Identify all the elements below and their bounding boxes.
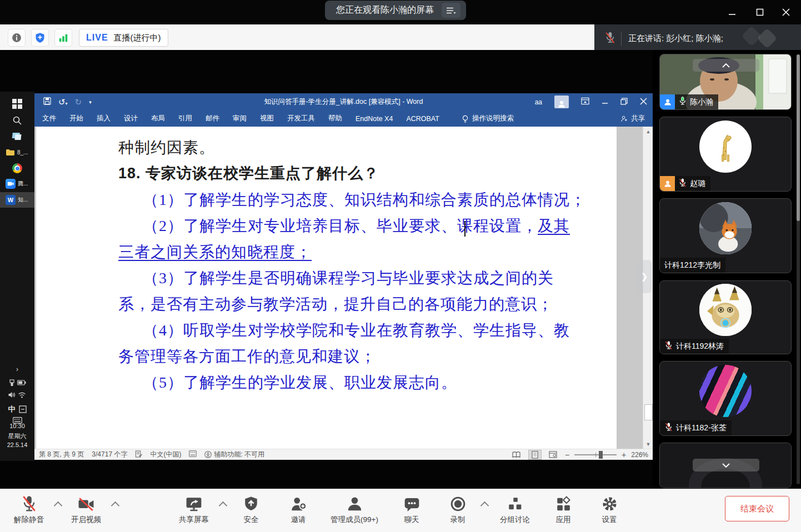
mic-muted-icon [678,178,687,190]
collapse-videos-button[interactable] [693,59,759,72]
doc-line: （2）了解学生对专业培养目标、毕业要求、课程设置，及其 [118,213,617,239]
clock-time[interactable]: 10:30 [0,423,34,429]
scroll-up-arrow[interactable]: ▲ [643,127,653,136]
tab-insert[interactable]: 插入 [97,114,111,123]
participant-tile-video[interactable]: 陈小瀚 [659,54,792,110]
participant-tile[interactable]: 计科1192林涛 [659,280,792,354]
share-screen-icon [163,494,224,512]
customize-quick-access-button[interactable]: ▾ [89,99,92,105]
record-label: 录制 [427,515,488,525]
tab-home[interactable]: 开始 [69,114,83,123]
web-layout-button[interactable] [547,450,560,460]
network-quality-button[interactable] [54,29,72,47]
maximize-button[interactable] [754,7,765,18]
print-layout-button[interactable] [528,450,542,460]
settings-button[interactable]: 设置 [579,494,640,525]
close-button[interactable] [780,7,792,18]
language-indicator[interactable]: 中文(中国) [150,450,181,459]
zoom-in-button[interactable]: + [622,450,626,459]
view-menu-button[interactable] [442,3,460,18]
doc-line: 系，是否有主动参与教学活动，提升自己的各项能力的意识； [118,291,617,317]
start-video-button[interactable]: 开启视频 [56,494,117,525]
live-broadcast-badge[interactable]: LIVE 直播(进行中) [79,29,168,47]
read-mode-button[interactable] [510,450,523,460]
tell-me-label: 操作说明搜索 [472,114,514,123]
document-canvas: 种制约因素。 18. 专家访谈在校学生重点了解什么？ （1）了解学生的学习态度、… [34,127,643,449]
speaking-status-bar: 正在讲话: 彭小红; 陈小瀚; [594,24,801,53]
redo-button[interactable]: ↻ [75,97,82,107]
meeting-info-button[interactable] [8,29,26,47]
participant-tile-partial[interactable] [659,443,792,488]
record-button[interactable]: 录制 [427,494,488,525]
word-close-button[interactable] [640,97,647,107]
zoom-out-button[interactable]: − [565,450,569,459]
participant-label: 计科1182-张荃 [660,420,732,435]
tray-audio-network[interactable] [0,387,34,403]
tab-mailings[interactable]: 邮件 [206,114,219,123]
participant-name: 计科1182-张荃 [676,423,727,433]
tab-design[interactable]: 设计 [124,114,138,123]
info-icon [11,32,22,43]
invite-button[interactable]: 邀请 [268,494,329,525]
page-indicator[interactable]: 第 8 页, 共 9 页 [39,450,84,459]
divider [621,32,622,46]
participant-label: 陈小瀚 [660,94,718,109]
account-avatar[interactable] [554,96,569,108]
document-page[interactable]: 种制约因素。 18. 专家访谈在校学生重点了解什么？ （1）了解学生的学习态度、… [36,127,617,449]
unmute-button[interactable]: 解除静音 [0,494,59,525]
undo-button[interactable]: ↺▾ [58,97,68,107]
tab-layout[interactable]: 布局 [151,114,165,123]
meeting-security-button[interactable] [31,29,49,47]
tencent-meeting-watermark [744,29,791,49]
accessibility-status[interactable]: 辅助功能: 不可用 [204,450,264,459]
word-icon: W [6,195,16,205]
participant-tile[interactable]: 赵璐 [659,117,792,192]
tell-me-search[interactable]: 操作说明搜索 [462,114,514,123]
end-meeting-button[interactable]: 结束会议 [725,496,789,521]
tab-developer[interactable]: 开发工具 [287,114,315,123]
record-circle-icon [427,494,488,512]
macro-record-icon[interactable] [189,450,197,459]
panel-scrollbar-thumb[interactable] [797,54,800,221]
top-title-bar: 您正在观看陈小瀚的屏幕 [0,0,801,24]
participant-tile[interactable]: 计科1182-张荃 [659,361,792,436]
zoom-slider[interactable] [574,454,617,455]
scroll-participants-down-button[interactable] [693,459,759,471]
start-button[interactable] [0,96,34,112]
word-count[interactable]: 3/4717 个字 [92,450,127,459]
share-screen-button[interactable]: 共享屏幕 [163,494,224,525]
folder-label: 8_... [17,149,28,155]
word-restore-button[interactable] [620,97,628,107]
taskbar-search-button[interactable] [0,113,34,128]
tab-references[interactable]: 引用 [178,114,192,123]
manage-members-button[interactable]: 管理成员(99+) [324,494,385,525]
meeting-window: 您正在观看陈小瀚的屏幕 [0,0,801,532]
panel-scrollbar[interactable] [797,54,800,484]
save-button[interactable] [43,97,51,107]
tab-endnote[interactable]: EndNote X4 [356,115,393,123]
scroll-down-arrow[interactable]: ▼ [643,439,653,449]
zoom-level[interactable]: 226% [631,451,648,459]
minimize-button[interactable] [727,7,738,18]
scrollbar-thumb[interactable] [644,404,653,420]
expand-panel-handle[interactable]: ❯ [637,260,652,293]
proofing-icon[interactable] [135,450,142,459]
word-minimize-button[interactable] [602,97,608,107]
lightbulb-icon [462,114,469,123]
doc-line: （4）听取学生对学校学院和专业在教育教学、学生指导、教 [118,317,617,343]
mic-muted-icon [664,422,673,434]
task-view-button[interactable] [0,128,34,144]
tab-review[interactable]: 审阅 [233,114,247,123]
tab-view[interactable]: 视图 [260,114,274,123]
font-size-buttons[interactable]: aa [535,98,542,106]
participant-tile[interactable]: 计科1212李光制 [659,198,792,273]
tab-help[interactable]: 帮助 [328,114,342,123]
tab-acrobat[interactable]: ACROBAT [406,115,439,123]
taskbar-item-chrome[interactable] [0,160,34,176]
participant-label: 计科1192林涛 [660,339,729,354]
share-button[interactable]: 共享 [620,114,645,123]
zoom-slider-thumb[interactable] [599,451,603,459]
tab-file[interactable]: 文件 [42,114,56,123]
ribbon-display-options-button[interactable] [581,97,589,107]
word-status-bar: 第 8 页, 共 9 页 3/4717 个字 中文(中国) 辅助功能: 不可用 [34,449,653,460]
